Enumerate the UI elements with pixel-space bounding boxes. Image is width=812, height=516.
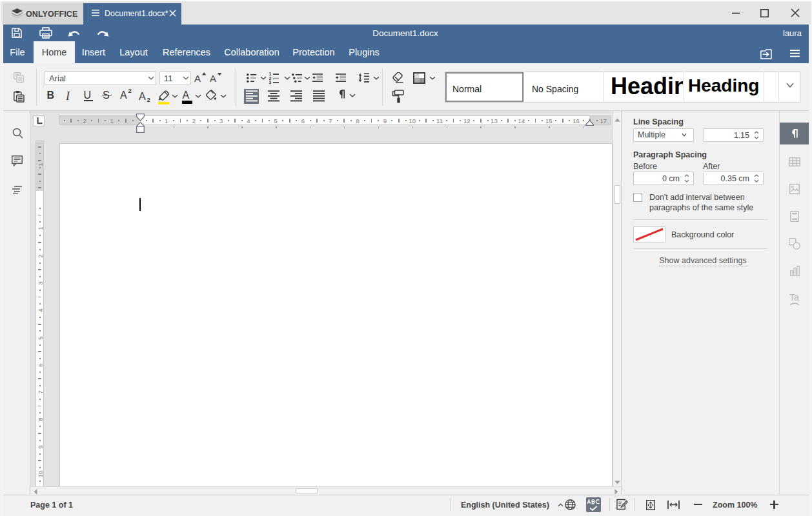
svg-text:3: 3 — [269, 80, 272, 84]
